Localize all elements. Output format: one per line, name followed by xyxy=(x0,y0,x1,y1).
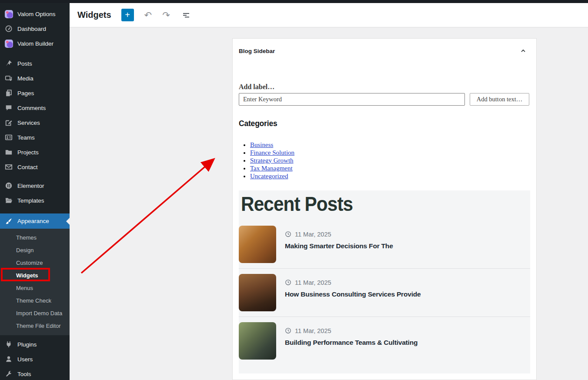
submenu-item-customize[interactable]: Customize xyxy=(0,257,70,269)
folder-icon xyxy=(4,148,13,157)
post-date: 11 Mar, 2025 xyxy=(295,327,331,334)
post-item[interactable]: 11 Mar, 2025 How Business Consulting Ser… xyxy=(239,268,530,317)
sidebar-item-label: Pages xyxy=(17,90,34,97)
sidebar-item-label: Comments xyxy=(17,105,46,111)
search-button-text-field[interactable]: Add button text… xyxy=(470,93,529,106)
sidebar-item-label: Elementor xyxy=(17,183,44,189)
open-folder-icon xyxy=(4,196,13,205)
sidebar-item-label: Teams xyxy=(17,134,35,141)
submenu-item-menus[interactable]: Menus xyxy=(0,282,70,294)
post-meta: 11 Mar, 2025 How Business Consulting Ser… xyxy=(285,274,421,311)
sidebar-item-elementor[interactable]: Elementor xyxy=(0,178,70,193)
sidebar-item-dashboard[interactable]: Dashboard xyxy=(0,21,70,36)
appearance-submenu: Themes Design Customize Widgets Menus Th… xyxy=(0,229,70,335)
post-date-row: 11 Mar, 2025 xyxy=(285,327,418,334)
sidebar-item-tools[interactable]: Tools xyxy=(0,367,70,380)
list-item: Tax Managment xyxy=(250,164,529,172)
category-link-uncategorized[interactable]: Uncategorized xyxy=(250,173,288,180)
sidebar-item-contact[interactable]: Contact xyxy=(0,160,70,174)
post-thumbnail xyxy=(239,274,276,311)
sidebar-item-label: Valom Builder xyxy=(17,40,53,47)
category-link-strategy-growth[interactable]: Strategy Growth xyxy=(250,157,294,164)
sidebar-item-appearance[interactable]: Appearance xyxy=(0,213,70,229)
submenu-item-theme-check[interactable]: Theme Check xyxy=(0,294,70,307)
sidebar-item-label: Contact xyxy=(17,164,38,170)
add-block-button[interactable]: + xyxy=(121,9,134,21)
recent-posts-heading: Recent Posts xyxy=(241,193,501,216)
search-widget: Add button text… xyxy=(239,93,529,106)
comment-bubble-icon xyxy=(4,103,13,112)
widgets-admin-screen: Valom Options Dashboard Valom Builder Po… xyxy=(0,0,588,380)
sidebar-item-pages[interactable]: Pages xyxy=(0,86,70,100)
post-date: 11 Mar, 2025 xyxy=(295,231,331,238)
sidebar-item-projects[interactable]: Projects xyxy=(0,145,70,160)
editor-toolbar: Widgets + ↶ ↷ xyxy=(70,3,588,27)
admin-top-bar xyxy=(0,0,588,3)
search-widget-label[interactable]: Add label… xyxy=(239,83,529,91)
category-link-finance-solution[interactable]: Finance Solution xyxy=(250,149,294,156)
category-link-business[interactable]: Business xyxy=(250,141,273,148)
admin-sidebar: Valom Options Dashboard Valom Builder Po… xyxy=(0,0,70,380)
sidebar-item-label: Services xyxy=(17,120,40,126)
submenu-item-design[interactable]: Design xyxy=(0,244,70,257)
document-overview-icon[interactable] xyxy=(181,10,191,20)
clock-icon xyxy=(285,231,291,237)
sidebar-item-services[interactable]: Services xyxy=(0,115,70,130)
post-title[interactable]: Building Performance Teams & Cultivating xyxy=(285,339,418,347)
recent-posts-list: 11 Mar, 2025 Making Smarter Decisions Fo… xyxy=(239,220,530,365)
sidebar-item-posts[interactable]: Posts xyxy=(0,56,70,71)
paintbrush-icon xyxy=(4,217,13,226)
category-link-tax-managment[interactable]: Tax Managment xyxy=(250,165,293,172)
id-card-icon xyxy=(4,133,13,142)
sidebar-item-label: Appearance xyxy=(17,218,49,224)
undo-icon[interactable]: ↶ xyxy=(144,10,152,20)
valom-icon xyxy=(4,39,13,48)
post-date-row: 11 Mar, 2025 xyxy=(285,231,393,238)
person-icon xyxy=(4,355,13,363)
sidebar-item-label: Plugins xyxy=(17,341,37,348)
chevron-up-icon[interactable] xyxy=(520,47,527,54)
sidebar-item-label: Tools xyxy=(17,371,31,377)
sidebar-item-valom-options[interactable]: Valom Options xyxy=(0,7,70,21)
submenu-item-theme-file-editor[interactable]: Theme File Editor xyxy=(0,320,70,332)
sidebar-item-label: Media xyxy=(17,75,33,82)
categories-heading: Categories xyxy=(239,119,529,128)
sidebar-item-valom-builder[interactable]: Valom Builder xyxy=(0,36,70,51)
post-meta: 11 Mar, 2025 Making Smarter Decisions Fo… xyxy=(285,226,393,263)
valom-icon xyxy=(4,10,13,18)
sidebar-item-label: Valom Options xyxy=(17,11,56,17)
search-keyword-input[interactable] xyxy=(239,93,465,106)
sidebar-item-comments[interactable]: Comments xyxy=(0,100,70,115)
envelope-icon xyxy=(4,163,13,171)
pages-icon xyxy=(4,89,13,97)
sidebar-item-label: Templates xyxy=(17,197,44,204)
post-item[interactable]: 11 Mar, 2025 Making Smarter Decisions Fo… xyxy=(239,220,530,268)
submenu-item-import-demo-data[interactable]: Import Demo Data xyxy=(0,307,70,320)
pushpin-icon xyxy=(4,59,13,68)
post-item[interactable]: 11 Mar, 2025 Building Performance Teams … xyxy=(239,317,530,365)
categories-list: Business Finance Solution Strategy Growt… xyxy=(250,141,529,180)
active-menu-notch xyxy=(63,218,70,225)
submenu-item-themes[interactable]: Themes xyxy=(0,231,70,244)
list-item: Uncategorized xyxy=(250,172,529,180)
list-item: Business xyxy=(250,141,529,149)
sidebar-item-label: Projects xyxy=(17,149,39,156)
redo-icon[interactable]: ↷ xyxy=(162,10,170,20)
submenu-item-widgets[interactable]: Widgets xyxy=(0,269,70,282)
wrench-icon xyxy=(4,370,13,378)
sidebar-item-media[interactable]: Media xyxy=(0,71,70,86)
blog-sidebar-panel: Blog Sidebar Add label… Add button text…… xyxy=(232,38,537,380)
sidebar-item-templates[interactable]: Templates xyxy=(0,193,70,208)
sidebar-item-label: Posts xyxy=(17,60,32,67)
post-meta: 11 Mar, 2025 Building Performance Teams … xyxy=(285,322,418,360)
page-title: Widgets xyxy=(77,10,111,20)
widget-area-title: Blog Sidebar xyxy=(239,48,275,54)
recent-posts-widget: Recent Posts 11 Mar, 2025 Making Smarter… xyxy=(239,190,530,373)
sidebar-item-label: Users xyxy=(17,356,33,363)
post-title[interactable]: How Business Consulting Services Provide xyxy=(285,290,421,298)
sidebar-item-teams[interactable]: Teams xyxy=(0,130,70,145)
sidebar-item-users[interactable]: Users xyxy=(0,352,70,367)
post-title[interactable]: Making Smarter Decisions For The xyxy=(285,242,393,250)
list-item: Strategy Growth xyxy=(250,157,529,164)
sidebar-item-plugins[interactable]: Plugins xyxy=(0,337,70,352)
